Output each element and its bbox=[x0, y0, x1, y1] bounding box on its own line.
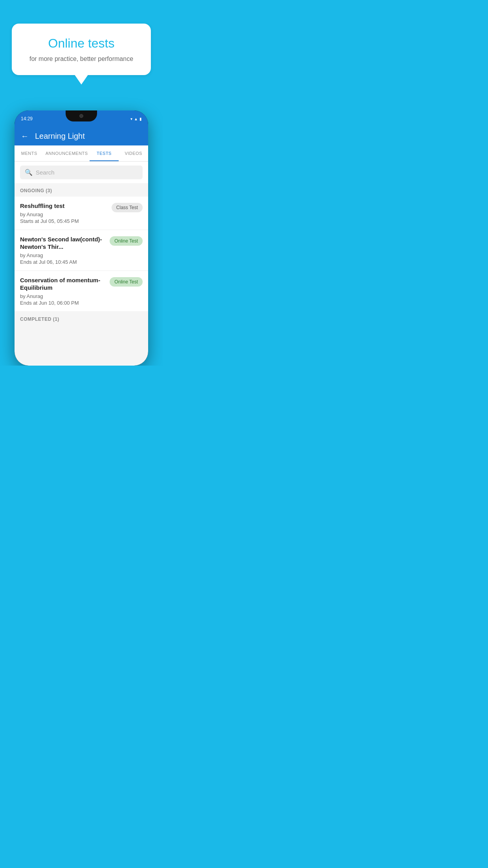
test-date: Ends at Jun 10, 06:00 PM bbox=[20, 300, 106, 306]
tabs-container: MENTS ANNOUNCEMENTS TESTS VIDEOS bbox=[15, 145, 148, 162]
battery-icon: ▮ bbox=[139, 117, 142, 121]
phone-notch bbox=[66, 110, 97, 121]
test-item[interactable]: Newton's Second law(contd)-Newton's Thir… bbox=[15, 230, 148, 271]
test-name: Conservation of momentum-Equilibrium bbox=[20, 276, 106, 292]
status-icons: ▾ ▲ ▮ bbox=[130, 117, 142, 121]
test-author: by Anurag bbox=[20, 293, 106, 299]
test-date: Ends at Jul 06, 10:45 AM bbox=[20, 259, 106, 265]
tab-tests[interactable]: TESTS bbox=[90, 145, 119, 161]
tab-ments[interactable]: MENTS bbox=[15, 145, 44, 161]
test-item[interactable]: Conservation of momentum-Equilibrium by … bbox=[15, 271, 148, 312]
speech-bubble: Online tests for more practice, better p… bbox=[12, 24, 151, 75]
app-title: Learning Light bbox=[35, 132, 85, 141]
test-name: Reshuffling test bbox=[20, 202, 108, 210]
hero-section: Online tests for more practice, better p… bbox=[0, 0, 163, 87]
search-icon: 🔍 bbox=[25, 169, 33, 176]
test-author: by Anurag bbox=[20, 252, 106, 258]
search-container: 🔍 Search bbox=[15, 162, 148, 183]
signal-icon: ▲ bbox=[134, 117, 138, 121]
camera-icon bbox=[79, 114, 83, 118]
test-item-content: Conservation of momentum-Equilibrium by … bbox=[20, 276, 110, 306]
ongoing-header: ONGOING (3) bbox=[15, 183, 148, 197]
hero-subtitle: for more practice, better performance bbox=[23, 55, 140, 63]
test-list: Reshuffling test by Anurag Starts at Jul… bbox=[15, 197, 148, 312]
hero-title: Online tests bbox=[23, 36, 140, 51]
online-test-badge: Online Test bbox=[110, 277, 143, 287]
test-item[interactable]: Reshuffling test by Anurag Starts at Jul… bbox=[15, 197, 148, 230]
class-test-badge: Class Test bbox=[112, 203, 143, 212]
wifi-icon: ▾ bbox=[130, 117, 132, 121]
online-test-badge: Online Test bbox=[110, 236, 143, 246]
app-bar: ← Learning Light bbox=[15, 127, 148, 145]
tab-announcements[interactable]: ANNOUNCEMENTS bbox=[44, 145, 90, 161]
phone-screen: MENTS ANNOUNCEMENTS TESTS VIDEOS 🔍 Searc… bbox=[15, 145, 148, 366]
search-placeholder: Search bbox=[36, 169, 55, 176]
test-item-content: Reshuffling test by Anurag Starts at Jul… bbox=[20, 202, 112, 224]
completed-header: COMPLETED (1) bbox=[15, 312, 148, 325]
phone-mockup: 14:29 ▾ ▲ ▮ ← Learning Light MENTS bbox=[0, 110, 163, 366]
back-button[interactable]: ← bbox=[21, 132, 29, 141]
test-name: Newton's Second law(contd)-Newton's Thir… bbox=[20, 235, 106, 251]
tab-videos[interactable]: VIDEOS bbox=[119, 145, 148, 161]
test-author: by Anurag bbox=[20, 211, 108, 217]
test-item-content: Newton's Second law(contd)-Newton's Thir… bbox=[20, 235, 110, 265]
test-date: Starts at Jul 05, 05:45 PM bbox=[20, 218, 108, 224]
status-bar: 14:29 ▾ ▲ ▮ bbox=[15, 110, 148, 127]
search-bar[interactable]: 🔍 Search bbox=[20, 166, 143, 179]
phone-frame: 14:29 ▾ ▲ ▮ ← Learning Light MENTS bbox=[15, 110, 148, 366]
status-time: 14:29 bbox=[21, 116, 33, 121]
